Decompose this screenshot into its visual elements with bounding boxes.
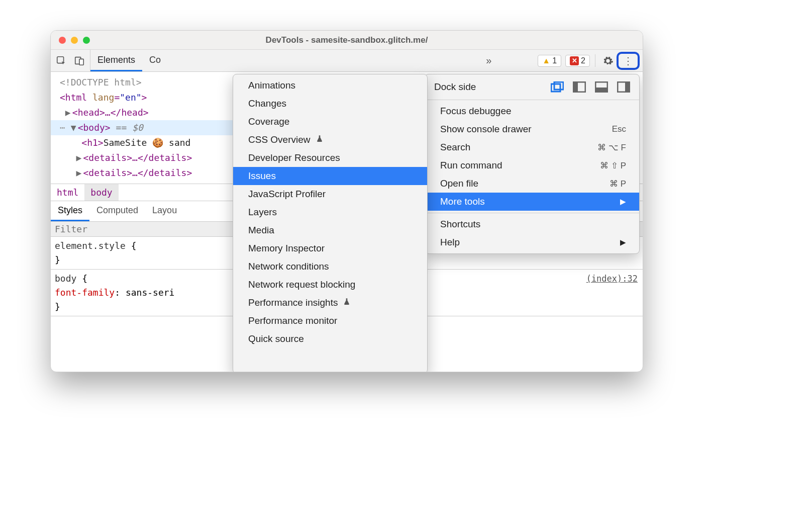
menu-item-label: Search [440,142,470,153]
tab-console-truncated[interactable]: Co [142,50,168,71]
menu-item-label: Help [440,237,460,248]
submenu-item-performance-monitor[interactable]: Performance monitor [233,312,427,330]
submenu-item-label: Changes [248,98,286,109]
submenu-arrow-icon: ▶ [620,238,626,247]
submenu-item-quick-source[interactable]: Quick source [233,330,427,348]
main-menu-popup: Dock side Focus debuggeeShow console dra… [425,74,640,254]
submenu-item-media[interactable]: Media [233,221,427,239]
submenu-item-changes[interactable]: Changes [233,95,427,113]
kebab-menu-icon[interactable]: ⋮ [621,55,636,67]
submenu-item-label: JavaScript Profiler [248,189,326,200]
svg-rect-3 [551,84,560,92]
menu-item-open-file[interactable]: Open file⌘ P [425,175,639,193]
submenu-item-label: Developer Resources [248,152,340,163]
traffic-lights [51,37,90,44]
submenu-item-label: Media [248,225,274,236]
menu-item-help[interactable]: Help▶ [425,233,639,251]
warnings-badge[interactable]: ▲ 1 [538,55,561,67]
svg-rect-10 [625,82,630,92]
dock-bottom-icon[interactable] [595,81,608,93]
tab-computed[interactable]: Computed [89,201,145,221]
more-tabs-chevron[interactable]: » [482,55,495,66]
submenu-item-memory-inspector[interactable]: Memory Inspector [233,239,427,257]
tab-elements[interactable]: Elements [90,50,142,71]
menu-shortcut: Esc [612,124,626,134]
menu-shortcut: ⌘ ⇧ P [600,160,626,171]
zoom-window-button[interactable] [83,37,90,44]
submenu-item-label: Network conditions [248,261,329,272]
devtools-toolbar: Elements Co » ▲ 1 ✕ 2 ⋮ [51,50,643,72]
flask-icon [343,298,351,308]
menu-item-label: Show console drawer [440,124,532,135]
menu-item-label: Focus debuggee [440,106,512,117]
dock-right-icon[interactable] [617,81,630,93]
submenu-item-label: Performance insights [248,297,338,308]
submenu-item-developer-resources[interactable]: Developer Resources [233,149,427,167]
submenu-item-label: Coverage [248,116,289,127]
css-source-link[interactable]: (index):32 [586,272,638,286]
svg-rect-4 [554,82,563,90]
window-title: DevTools - samesite-sandbox.glitch.me/ [51,35,643,45]
submenu-item-coverage[interactable]: Coverage [233,113,427,131]
menu-item-run-command[interactable]: Run command⌘ ⇧ P [425,156,639,175]
more-tools-submenu: AnimationsChangesCoverageCSS OverviewDev… [233,74,428,372]
submenu-item-label: CSS Overview [248,134,311,145]
flask-icon [316,135,324,145]
submenu-item-label: Memory Inspector [248,243,325,254]
menu-item-shortcuts[interactable]: Shortcuts [425,215,639,233]
submenu-item-javascript-profiler[interactable]: JavaScript Profiler [233,185,427,203]
menu-item-more-tools[interactable]: More tools▶ [425,193,639,211]
titlebar: DevTools - samesite-sandbox.glitch.me/ [51,31,643,50]
settings-gear-icon[interactable] [600,55,616,66]
svg-rect-2 [79,59,83,65]
menu-item-search[interactable]: Search⌘ ⌥ F [425,138,639,156]
dock-undock-icon[interactable] [551,81,564,93]
submenu-item-label: Layers [248,207,277,218]
dock-side-row: Dock side [425,76,639,98]
menu-shortcut: ⌘ P [610,179,626,189]
submenu-item-layers[interactable]: Layers [233,203,427,221]
submenu-item-animations[interactable]: Animations [233,76,427,95]
submenu-item-network-conditions[interactable]: Network conditions [233,257,427,276]
close-window-button[interactable] [59,37,66,44]
main-menu-button-highlight: ⋮ [617,52,640,70]
submenu-item-css-overview[interactable]: CSS Overview [233,131,427,149]
tab-layout-truncated[interactable]: Layou [145,201,184,221]
submenu-item-performance-insights[interactable]: Performance insights [233,294,427,312]
error-icon: ✕ [570,56,579,65]
crumb-body[interactable]: body [84,184,118,201]
menu-item-show-console-drawer[interactable]: Show console drawerEsc [425,120,639,138]
submenu-item-label: Quick source [248,333,304,344]
svg-rect-8 [595,88,607,92]
crumb-html[interactable]: html [51,184,84,201]
warning-icon: ▲ [542,56,550,65]
panel-tabs: Elements Co [90,50,168,71]
tab-styles[interactable]: Styles [51,201,89,221]
errors-badge[interactable]: ✕ 2 [565,55,590,67]
menu-item-label: Shortcuts [440,219,480,230]
submenu-item-label: Animations [248,80,295,91]
dock-left-icon[interactable] [573,81,586,93]
inspect-element-icon[interactable] [56,55,67,66]
devtools-window: DevTools - samesite-sandbox.glitch.me/ E… [50,30,643,372]
submenu-item-network-request-blocking[interactable]: Network request blocking [233,276,427,294]
submenu-arrow-icon: ▶ [620,197,626,206]
submenu-item-label: Issues [248,170,276,182]
minimize-window-button[interactable] [71,37,78,44]
submenu-item-issues[interactable]: Issues [233,167,427,185]
submenu-item-label: Network request blocking [248,279,355,290]
dock-side-label: Dock side [434,81,476,93]
menu-item-label: Open file [440,178,478,189]
submenu-item-label: Performance monitor [248,315,337,326]
svg-rect-6 [573,82,578,92]
menu-item-focus-debuggee[interactable]: Focus debuggee [425,102,639,120]
menu-item-label: Run command [440,160,502,171]
menu-item-label: More tools [440,196,485,207]
menu-shortcut: ⌘ ⌥ F [597,142,626,153]
device-toggle-icon[interactable] [74,55,85,66]
